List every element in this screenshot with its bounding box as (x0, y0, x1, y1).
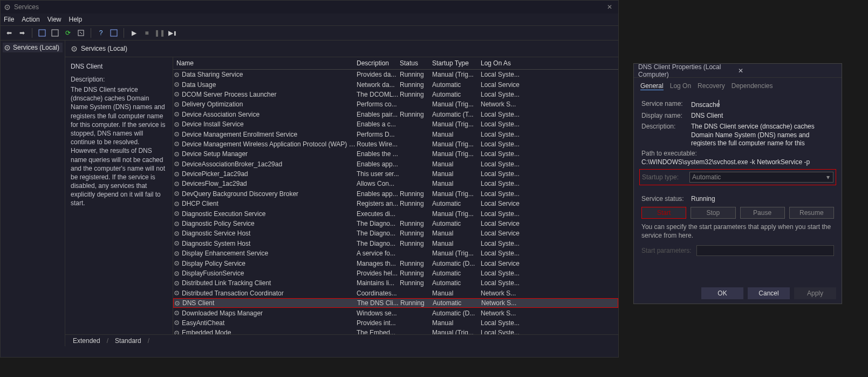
detail-desc: The DNS Client service (dnscache) caches… (71, 85, 167, 208)
row-name: DevQuery Background Discovery Broker (182, 190, 357, 198)
service-row[interactable]: Data Sharing ServiceProvides da...Runnin… (173, 70, 618, 79)
service-row[interactable]: Display Enhancement ServiceA service fo.… (173, 248, 618, 258)
tab-logon[interactable]: Log On (670, 82, 691, 90)
row-logon: Network S... (481, 309, 524, 317)
close-icon[interactable]: ✕ (738, 67, 838, 75)
row-name: Diagnostic Service Host (182, 230, 357, 237)
forward-icon[interactable]: ➡ (17, 28, 28, 38)
row-startup: Automatic (T... (432, 111, 481, 118)
service-row[interactable]: DevQuery Background Discovery BrokerEnab… (173, 189, 618, 199)
tab-dependencies[interactable]: Dependencies (732, 82, 773, 90)
row-desc: Enables app... (357, 160, 400, 168)
service-name-value: Dnscache (691, 101, 720, 109)
resume-button[interactable]: Resume (789, 207, 834, 219)
row-startup: Manual (Trig... (432, 140, 481, 148)
service-row[interactable]: Distributed Link Tracking ClientMaintain… (173, 278, 618, 288)
service-row[interactable]: Device Management Wireless Application P… (173, 139, 618, 149)
svg-point-49 (176, 263, 177, 264)
gear-icon (173, 190, 182, 197)
service-row[interactable]: Device Association ServiceEnables pair..… (173, 110, 618, 119)
start-parameters-input[interactable] (696, 245, 834, 256)
service-row[interactable]: Diagnostic Service HostThe Diagno...Runn… (173, 228, 618, 238)
toolbar-icon[interactable] (50, 28, 60, 38)
service-row[interactable]: Device Setup ManagerEnables the ...Manua… (173, 149, 618, 159)
service-row[interactable]: Diagnostic Policy ServiceThe Diagno...Ru… (173, 219, 618, 228)
refresh-icon[interactable]: ⟳ (63, 28, 73, 38)
restart-icon[interactable]: ▶❚ (167, 28, 178, 38)
row-startup: Manual (432, 170, 481, 178)
tab-extended[interactable]: Extended (71, 337, 102, 345)
row-status: Running (400, 260, 432, 267)
row-desc: Provides int... (357, 319, 400, 327)
close-icon[interactable]: ✕ (604, 3, 615, 11)
row-startup: Automatic (432, 91, 481, 98)
stop-icon[interactable]: ■ (141, 28, 152, 38)
column-status[interactable]: Status (400, 59, 432, 67)
service-row[interactable]: Embedded ModeThe Embed...Manual (Trig...… (173, 328, 618, 334)
apply-button[interactable]: Apply (794, 287, 836, 299)
svg-point-41 (176, 223, 177, 224)
menu-action[interactable]: Action (22, 16, 39, 23)
service-row[interactable]: DCOM Server Process LauncherThe DCOML...… (173, 90, 618, 99)
service-row[interactable]: DisplayFusionServiceProvides hel...Runni… (173, 268, 618, 278)
service-row[interactable]: DNS ClientThe DNS Cli...RunningAutomatic… (173, 298, 618, 308)
row-startup: Manual (Trig... (432, 120, 481, 128)
gear-icon (4, 44, 11, 51)
play-icon[interactable]: ▶ (128, 28, 139, 38)
toolbar-icon[interactable] (108, 28, 119, 38)
gear-icon (173, 290, 182, 297)
service-row[interactable]: Distributed Transaction CoordinatorCoord… (173, 288, 618, 298)
service-row[interactable]: Downloaded Maps ManagerWindows se...Auto… (173, 308, 618, 318)
service-row[interactable]: DeviceAssociationBroker_1ac29adEnables a… (173, 159, 618, 169)
toolbar-icon[interactable] (37, 28, 47, 38)
service-row[interactable]: Diagnostic Execution ServiceExecutes di.… (173, 208, 618, 218)
stop-button[interactable]: Stop (691, 207, 735, 219)
service-row[interactable]: DevicesFlow_1ac29adAllows Con...ManualLo… (173, 179, 618, 188)
service-row[interactable]: Device Install ServiceEnables a c...Manu… (173, 119, 618, 129)
tab-general[interactable]: General (640, 82, 664, 90)
service-row[interactable]: DevicePicker_1ac29adThis user ser...Manu… (173, 169, 618, 179)
startup-type-value: Automatic (692, 173, 721, 181)
tab-standard[interactable]: Standard (113, 337, 143, 345)
svg-point-11 (176, 74, 177, 75)
row-name: Embedded Mode (182, 329, 357, 334)
service-row[interactable]: Data UsageNetwork da...RunningAutomaticL… (173, 79, 618, 89)
tree-pane: Services (Local) (1, 41, 65, 346)
row-status: Running (400, 299, 433, 307)
service-row[interactable]: Diagnostic System HostThe Diagno...Runni… (173, 239, 618, 248)
service-row[interactable]: Display Policy ServiceManages th...Runni… (173, 258, 618, 268)
tab-recovery[interactable]: Recovery (698, 82, 725, 90)
service-row[interactable]: EasyAntiCheatProvides int...ManualLocal … (173, 318, 618, 328)
cancel-button[interactable]: Cancel (748, 287, 790, 299)
column-name[interactable]: Name (173, 59, 357, 67)
row-name: Device Management Wireless Application P… (182, 140, 357, 148)
row-status: Running (400, 230, 432, 237)
service-row[interactable]: Device Management Enrollment ServicePerf… (173, 129, 618, 139)
service-row[interactable]: DHCP ClientRegisters an...RunningAutomat… (173, 199, 618, 208)
row-startup: Manual (432, 240, 481, 247)
start-button[interactable]: Start (641, 207, 686, 219)
row-status: Running (400, 190, 432, 198)
row-logon: Local Service (481, 200, 524, 207)
column-startup[interactable]: Startup Type (432, 59, 481, 67)
ok-button[interactable]: OK (701, 287, 743, 299)
pause-button[interactable]: Pause (740, 207, 785, 219)
export-icon[interactable] (76, 28, 86, 38)
menu-help[interactable]: Help (69, 16, 83, 23)
service-row[interactable]: Delivery OptimizationPerforms co...Manua… (173, 99, 618, 109)
startup-type-select[interactable]: Automatic (689, 172, 833, 183)
tree-item-services-local[interactable]: Services (Local) (3, 43, 63, 52)
help-icon[interactable]: ? (95, 28, 106, 38)
menu-view[interactable]: View (47, 16, 61, 23)
gear-icon (173, 101, 182, 108)
column-description[interactable]: Description (357, 59, 400, 67)
menu-file[interactable]: File (4, 16, 14, 23)
row-name: DCOM Server Process Launcher (182, 91, 357, 98)
column-logon[interactable]: Log On As (481, 59, 524, 67)
pause-icon[interactable]: ❚❚ (154, 28, 165, 38)
separator: / (105, 337, 111, 345)
row-logon: Local Syste... (481, 131, 524, 138)
row-name: Distributed Link Tracking Client (182, 279, 357, 287)
row-name: Downloaded Maps Manager (182, 309, 357, 317)
back-icon[interactable]: ⬅ (4, 28, 15, 38)
